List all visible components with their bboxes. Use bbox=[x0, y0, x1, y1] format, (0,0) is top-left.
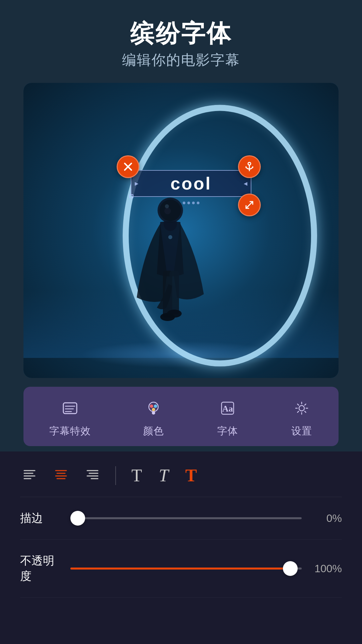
text-content: cool bbox=[171, 173, 212, 194]
style-normal-button[interactable]: T bbox=[129, 464, 144, 487]
settings-icon bbox=[290, 397, 313, 420]
divider bbox=[115, 466, 116, 485]
svg-point-7 bbox=[167, 310, 182, 318]
subtitle-effects-label: 字幕特效 bbox=[49, 424, 91, 438]
settings-label: 设置 bbox=[291, 424, 312, 438]
toolbar-item-subtitle-effects[interactable]: 字幕特效 bbox=[49, 397, 91, 438]
toolbar-item-font[interactable]: Aa 字体 bbox=[216, 397, 239, 438]
anchor-button[interactable] bbox=[238, 155, 261, 178]
svg-point-24 bbox=[152, 408, 155, 411]
opacity-value: 100% bbox=[312, 562, 342, 575]
opacity-track[interactable] bbox=[70, 568, 302, 570]
text-indicators bbox=[183, 202, 199, 204]
text-overlay[interactable]: ▸ cool ◂ bbox=[131, 170, 251, 204]
align-style-row: T T T bbox=[20, 451, 342, 497]
font-label: 字体 bbox=[217, 424, 238, 438]
stroke-slider-row: 描边 0% bbox=[20, 497, 342, 540]
align-group bbox=[20, 465, 102, 486]
canvas-area[interactable]: ▸ cool ◂ bbox=[23, 83, 339, 378]
subtitle-effects-icon bbox=[59, 397, 81, 420]
close-button[interactable] bbox=[117, 155, 139, 178]
toolbar-item-color[interactable]: 颜色 bbox=[142, 397, 165, 438]
color-icon bbox=[142, 397, 165, 420]
align-right-button[interactable] bbox=[83, 465, 102, 486]
svg-text:Aa: Aa bbox=[222, 404, 233, 414]
svg-point-8 bbox=[165, 204, 169, 208]
toolbar-item-settings[interactable]: 设置 bbox=[290, 397, 313, 438]
style-group: T T T bbox=[129, 464, 199, 487]
svg-line-16 bbox=[246, 202, 253, 208]
text-box[interactable]: ▸ cool ◂ bbox=[131, 170, 251, 197]
color-label: 颜色 bbox=[143, 424, 164, 438]
stroke-thumb bbox=[70, 511, 85, 526]
bottom-toolbar: 字幕特效 颜色 Aa 字体 bbox=[23, 387, 339, 446]
header: 缤纷字体 编辑你的电影字幕 bbox=[0, 0, 362, 79]
resize-button[interactable] bbox=[238, 194, 261, 216]
svg-point-3 bbox=[164, 208, 171, 214]
settings-panel: T T T 描边 0% 不透明度 100% bbox=[0, 451, 362, 644]
stroke-value: 0% bbox=[312, 512, 342, 525]
corner-bl bbox=[129, 194, 133, 198]
page-subtitle: 编辑你的电影字幕 bbox=[13, 51, 349, 69]
stroke-label: 描边 bbox=[20, 511, 60, 526]
opacity-label: 不透明度 bbox=[20, 553, 60, 584]
svg-point-22 bbox=[150, 405, 153, 408]
svg-point-29 bbox=[299, 406, 304, 411]
align-left-button[interactable] bbox=[20, 465, 39, 486]
style-colored-button[interactable]: T bbox=[183, 464, 199, 487]
opacity-slider-row: 不透明度 100% bbox=[20, 540, 342, 598]
svg-point-9 bbox=[168, 235, 172, 239]
svg-point-23 bbox=[154, 405, 157, 408]
text-scroll-right[interactable]: ◂ bbox=[244, 179, 247, 188]
opacity-thumb bbox=[283, 561, 298, 576]
align-center-button[interactable] bbox=[52, 465, 70, 486]
text-scroll-left[interactable]: ▸ bbox=[135, 179, 138, 188]
style-italic-button[interactable]: T bbox=[157, 464, 171, 487]
opacity-fill bbox=[70, 568, 290, 570]
page-title: 缤纷字体 bbox=[13, 20, 349, 47]
stroke-track[interactable] bbox=[70, 517, 302, 519]
font-icon: Aa bbox=[216, 397, 239, 420]
